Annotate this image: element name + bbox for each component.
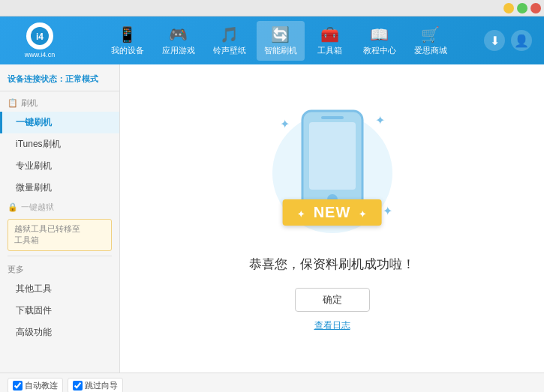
sidebar-divider xyxy=(8,256,112,256)
status-value: 正常模式 xyxy=(65,74,98,83)
device-nav-icon: 📱 xyxy=(118,25,137,43)
skip-wizard-checkbox[interactable]: 跳过向导 xyxy=(68,378,123,392)
sidebar-item-onekey[interactable]: 一键刷机 xyxy=(0,112,119,133)
ringtone-nav-label: 铃声壁纸 xyxy=(213,45,246,56)
sparkle-3: ✦ xyxy=(383,204,392,218)
lock-icon: 🔒 xyxy=(8,202,18,212)
svg-rect-5 xyxy=(321,116,344,119)
sidebar: 设备连接状态：正常模式 📋 刷机 一键刷机 iTunes刷机 专业刷机 微量刷机… xyxy=(0,64,120,373)
nav-item-tools[interactable]: 🧰 工具箱 xyxy=(308,21,353,61)
sidebar-item-micro[interactable]: 微量刷机 xyxy=(0,177,119,199)
nav-item-tutorial[interactable]: 📖 教程中心 xyxy=(356,21,404,61)
jailbreak-header: 🔒 一键越狱 xyxy=(0,199,119,216)
sidebar-item-advanced[interactable]: 高级功能 xyxy=(0,322,119,343)
nav-item-smart[interactable]: 🔄 智能刷机 xyxy=(257,21,305,61)
flash-group-header: 📋 刷机 xyxy=(0,94,119,112)
sparkle-1: ✦ xyxy=(280,117,290,131)
maximize-button[interactable] xyxy=(517,3,527,13)
jailbreak-label: 一键越狱 xyxy=(21,202,54,213)
checkbox-group: 自动教连 跳过向导 xyxy=(8,378,128,392)
nav-item-device[interactable]: 📱 我的设备 xyxy=(104,21,152,61)
sidebar-item-other[interactable]: 其他工具 xyxy=(0,278,119,300)
logo-text: www.i4.cn xyxy=(25,51,56,58)
phone-svg xyxy=(299,107,366,212)
tools-nav-label: 工具箱 xyxy=(317,45,342,56)
tutorial-nav-label: 教程中心 xyxy=(363,45,396,56)
shop-nav-label: 爱思商城 xyxy=(414,45,447,56)
sparkle-2: ✦ xyxy=(375,113,385,127)
status-label: 设备连接状态： xyxy=(8,74,65,83)
sidebar-section-more: 更多 其他工具 下载固件 高级功能 xyxy=(0,261,119,343)
flash-group-label: 刷机 xyxy=(21,97,38,109)
sidebar-item-pro[interactable]: 专业刷机 xyxy=(0,155,119,177)
view-log-link[interactable]: 查看日志 xyxy=(314,319,350,332)
svg-rect-3 xyxy=(309,122,356,190)
success-message: 恭喜您，保资料刷机成功啦！ xyxy=(249,256,415,273)
title-bar xyxy=(0,0,544,16)
more-group-header: 更多 xyxy=(0,261,119,278)
auto-connect-label: 自动教连 xyxy=(25,380,58,391)
main-layout: 设备连接状态：正常模式 📋 刷机 一键刷机 iTunes刷机 专业刷机 微量刷机… xyxy=(0,64,544,373)
logo-icon: i4 xyxy=(26,22,53,49)
tutorial-nav-icon: 📖 xyxy=(370,25,389,43)
sidebar-item-download-firmware[interactable]: 下载固件 xyxy=(0,300,119,322)
nav-item-shop[interactable]: 🛒 爱思商城 xyxy=(407,21,455,61)
close-button[interactable] xyxy=(530,3,541,13)
smart-nav-icon: 🔄 xyxy=(271,25,290,43)
confirm-button[interactable]: 确定 xyxy=(295,288,370,312)
logo-area: i4 www.i4.cn xyxy=(6,22,74,58)
auto-connect-checkbox[interactable]: 自动教连 xyxy=(8,378,63,392)
shop-nav-icon: 🛒 xyxy=(421,25,440,43)
device-status: 设备连接状态：正常模式 xyxy=(0,70,119,91)
tools-nav-icon: 🧰 xyxy=(320,25,339,43)
nav-item-apps[interactable]: 🎮 应用游戏 xyxy=(155,21,203,61)
jailbreak-notice: 越狱工具已转移至 工具箱 xyxy=(8,219,112,251)
skip-wizard-input[interactable] xyxy=(73,381,83,391)
bottom-bar: 自动教连 跳过向导 📱 iPhone 12 mini 64GB Down-12m… xyxy=(0,373,544,392)
user-button[interactable]: 👤 xyxy=(511,30,532,51)
device-nav-label: 我的设备 xyxy=(111,45,144,56)
flash-group-icon: 📋 xyxy=(8,98,18,108)
svg-text:i4: i4 xyxy=(36,31,44,42)
success-illustration: ✦ ✦ ✦ NEW xyxy=(265,106,400,241)
skip-wizard-label: 跳过向导 xyxy=(85,380,118,391)
minimize-button[interactable] xyxy=(503,3,514,13)
auto-connect-input[interactable] xyxy=(13,381,23,391)
download-button[interactable]: ⬇ xyxy=(484,30,505,51)
new-label: NEW xyxy=(314,204,351,220)
ringtone-nav-icon: 🎵 xyxy=(220,25,239,43)
apps-nav-label: 应用游戏 xyxy=(162,45,195,56)
more-group-label: 更多 xyxy=(8,264,24,275)
apps-nav-icon: 🎮 xyxy=(169,25,188,43)
header: i4 www.i4.cn 📱 我的设备 🎮 应用游戏 🎵 铃声壁纸 🔄 智能刷机… xyxy=(0,16,544,64)
nav-right-area: ⬇ 👤 xyxy=(484,30,532,51)
nav-bar: 📱 我的设备 🎮 应用游戏 🎵 铃声壁纸 🔄 智能刷机 🧰 工具箱 📖 教程中心… xyxy=(74,21,484,61)
sidebar-section-flash: 📋 刷机 一键刷机 iTunes刷机 专业刷机 微量刷机 🔒 一键越狱 越狱工具… xyxy=(0,94,119,251)
sidebar-bottom: 自动教连 跳过向导 📱 iPhone 12 mini 64GB Down-12m… xyxy=(8,378,128,392)
main-content: ✦ ✦ ✦ NEW 恭喜您，保资料刷机成功啦！ 确定 查看日志 xyxy=(120,64,544,373)
nav-item-ringtone[interactable]: 🎵 铃声壁纸 xyxy=(206,21,254,61)
new-ribbon: NEW xyxy=(282,199,382,226)
sidebar-item-itunes[interactable]: iTunes刷机 xyxy=(0,133,119,155)
smart-nav-label: 智能刷机 xyxy=(264,45,297,56)
